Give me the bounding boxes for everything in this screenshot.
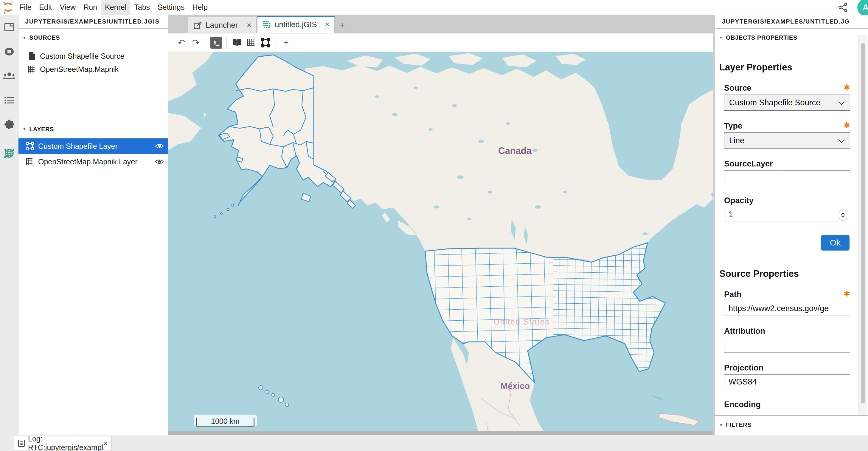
- horizontal-splitter[interactable]: [168, 431, 713, 435]
- attribution-field: Attribution: [719, 327, 850, 353]
- caret-down-icon: ▾: [23, 35, 26, 40]
- scrollbar-thumb[interactable]: [861, 43, 865, 403]
- map-canvas[interactable]: Canada United States México 1000 km: [168, 52, 713, 431]
- sourcelayer-field: SourceLayer: [719, 159, 850, 185]
- sources-list: Custom Shapefile Source OpenStreetMap.Ma…: [19, 47, 168, 76]
- chevron-down-icon: [838, 136, 845, 145]
- sourcelayer-field-label: SourceLayer: [724, 159, 773, 169]
- ok-button[interactable]: Ok: [821, 235, 849, 251]
- map-scale-bar: 1000 km: [194, 415, 257, 426]
- caret-down-icon: ▾: [720, 35, 722, 40]
- path-input[interactable]: [724, 301, 850, 316]
- projection-field: Projection: [719, 363, 850, 389]
- projection-input[interactable]: [724, 374, 850, 389]
- type-select[interactable]: Line: [724, 133, 850, 148]
- type-field: Type✱ Line: [719, 121, 850, 148]
- encoding-field-label: Encoding: [724, 400, 761, 409]
- toolbar-divider: [226, 36, 227, 50]
- layers-block: ▾ LAYERS Custom Shapefile Layer: [19, 120, 168, 169]
- close-icon[interactable]: ×: [103, 439, 108, 448]
- add-toolbar-item-button[interactable]: +: [279, 35, 293, 50]
- menu-items: File Edit View Run Kernel Tabs Settings …: [16, 0, 212, 15]
- layer-item-openstreetmap[interactable]: OpenStreetMap.Mapnik Layer: [19, 154, 168, 169]
- opacity-field: Opacity: [719, 196, 850, 222]
- path-field: Path✱: [719, 290, 850, 316]
- source-item-custom-shapefile[interactable]: Custom Shapefile Source: [19, 50, 168, 63]
- opacity-field-label: Opacity: [724, 196, 753, 205]
- new-raster-layer-icon[interactable]: [244, 35, 258, 50]
- user-avatar[interactable]: A: [857, 0, 868, 16]
- log-console-tab[interactable]: Log: RTC:jupytergis/exampl ×: [14, 436, 112, 450]
- layer-item-custom-shapefile[interactable]: Custom Shapefile Layer: [19, 138, 168, 154]
- menu-help[interactable]: Help: [188, 0, 211, 15]
- file-icon: [27, 52, 36, 61]
- map-label-canada: Canada: [498, 146, 532, 156]
- map-toolbar: ↶ ↷ $_: [168, 33, 713, 52]
- extension-manager-icon[interactable]: [0, 113, 19, 137]
- jupyter-logo-icon: [2, 1, 14, 14]
- opacity-input[interactable]: [724, 207, 850, 222]
- caret-down-icon: ▾: [720, 422, 722, 428]
- dock-tab-bar: Launcher × untitled.jGIS × +: [168, 15, 713, 33]
- layers-section-header[interactable]: ▾ LAYERS: [19, 120, 168, 138]
- symbology-book-icon[interactable]: [230, 35, 244, 50]
- chevron-down-icon: [838, 98, 845, 107]
- sourcelayer-input[interactable]: [724, 170, 850, 185]
- vector-icon: [25, 141, 35, 151]
- menu-view[interactable]: View: [56, 0, 80, 15]
- share-icon[interactable]: [836, 1, 849, 14]
- main-dock: Launcher × untitled.jGIS × + ↶ ↷: [168, 15, 713, 435]
- objects-properties-title: OBJECTS PROPERTIES: [726, 34, 797, 41]
- undo-icon[interactable]: ↶: [174, 35, 189, 50]
- menu-tabs[interactable]: Tabs: [130, 0, 154, 15]
- left-sidebar-panel: JUPYTERGIS/EXAMPLES/UNTITLED.JGIS ▾ SOUR…: [19, 15, 168, 435]
- panel-scrollbar[interactable]: [859, 35, 867, 415]
- console-icon[interactable]: $_: [209, 35, 223, 50]
- required-asterisk-icon: ✱: [843, 289, 850, 299]
- type-field-label: Type: [724, 121, 742, 131]
- number-stepper[interactable]: [839, 209, 847, 221]
- menu-run[interactable]: Run: [80, 0, 101, 15]
- menu-edit[interactable]: Edit: [35, 0, 56, 15]
- right-panel-header: JUPYTERGIS/EXAMPLES/UNTITLED.JG: [715, 15, 868, 29]
- visibility-eye-icon[interactable]: [154, 156, 165, 167]
- close-icon[interactable]: ×: [317, 20, 330, 29]
- jgis-globe-icon: [262, 20, 271, 29]
- activity-bar: [0, 15, 19, 435]
- visibility-eye-icon[interactable]: [154, 141, 165, 151]
- filters-section-header[interactable]: ▾ FILTERS: [715, 415, 868, 434]
- new-tab-button[interactable]: +: [335, 17, 349, 33]
- collaboration-icon[interactable]: [0, 64, 19, 88]
- redo-icon[interactable]: ↷: [189, 35, 203, 50]
- attribution-input[interactable]: [724, 338, 850, 353]
- objects-properties-section-header[interactable]: ▾ OBJECTS PROPERTIES: [715, 29, 868, 47]
- sources-section-header[interactable]: ▾ SOURCES: [19, 29, 168, 47]
- file-browser-icon[interactable]: [0, 15, 19, 39]
- source-item-label: OpenStreetMap.Mapnik: [40, 65, 119, 74]
- layer-item-label: OpenStreetMap.Mapnik Layer: [38, 158, 138, 166]
- tab-launcher[interactable]: Launcher ×: [188, 17, 256, 33]
- log-icon: [18, 439, 25, 447]
- source-properties-heading: Source Properties: [719, 269, 850, 279]
- tab-label: untitled.jGIS: [275, 20, 317, 29]
- menu-file[interactable]: File: [16, 0, 35, 15]
- encoding-input[interactable]: [724, 411, 850, 415]
- source-item-openstreetmap[interactable]: OpenStreetMap.Mapnik: [19, 63, 168, 76]
- running-sessions-icon[interactable]: [0, 39, 19, 64]
- map-rendering: Canada United States México: [168, 52, 713, 431]
- launcher-icon: [193, 21, 202, 30]
- menu-kernel[interactable]: Kernel: [101, 0, 130, 15]
- toolbar-divider: [206, 36, 206, 50]
- map-label-mexico: México: [501, 381, 530, 391]
- table-of-contents-icon[interactable]: [0, 88, 19, 113]
- new-vector-layer-icon[interactable]: [258, 35, 273, 50]
- source-select[interactable]: Custom Shapefile Source: [724, 94, 850, 111]
- tab-label: Launcher: [206, 21, 238, 30]
- jupytergis-icon[interactable]: [0, 141, 19, 166]
- menu-settings[interactable]: Settings: [154, 0, 188, 15]
- caret-down-icon: ▾: [23, 126, 26, 132]
- required-asterisk-icon: ✱: [843, 121, 850, 130]
- close-icon[interactable]: ×: [239, 21, 251, 30]
- layer-item-label: Custom Shapefile Layer: [38, 142, 118, 151]
- tab-untitled-jgis[interactable]: untitled.jGIS ×: [257, 16, 335, 33]
